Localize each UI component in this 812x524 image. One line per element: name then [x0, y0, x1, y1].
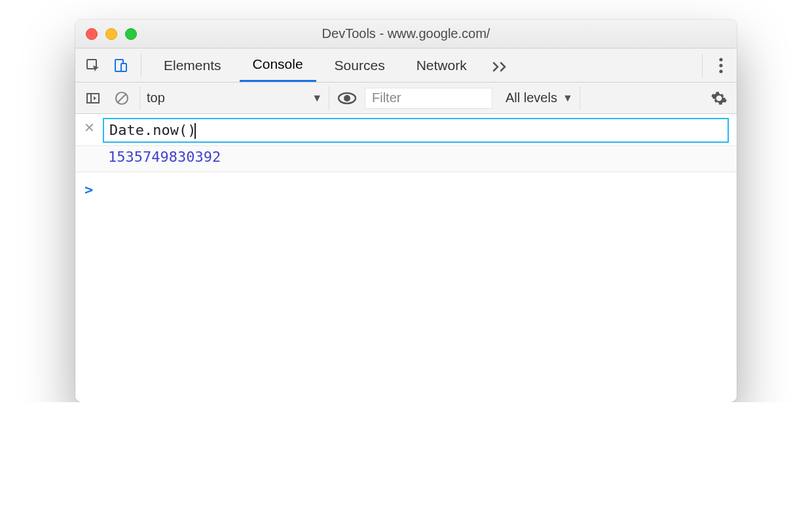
dropdown-triangle-icon: ▼ — [312, 92, 322, 104]
text-cursor — [194, 123, 196, 139]
devtools-tabbar: Elements Console Sources Network — [75, 48, 737, 83]
device-toolbar-icon[interactable] — [109, 54, 132, 77]
live-expression-row: ✕ Date.now() — [75, 114, 737, 146]
window-titlebar: DevTools - www.google.com/ — [75, 20, 737, 48]
svg-point-4 — [719, 64, 722, 67]
context-label: top — [147, 90, 165, 105]
toggle-sidebar-icon[interactable] — [82, 87, 104, 109]
window-title: DevTools - www.google.com/ — [75, 26, 737, 41]
more-tabs-button[interactable] — [485, 59, 515, 72]
traffic-lights — [86, 28, 137, 40]
divider — [702, 54, 703, 77]
console-toolbar: top ▼ All levels ▼ — [75, 83, 737, 114]
inspect-element-icon[interactable] — [82, 54, 104, 77]
live-expression-icon[interactable] — [336, 87, 358, 109]
live-expression-result: 1535749830392 — [75, 146, 737, 172]
live-expression-input[interactable]: Date.now() — [103, 118, 729, 143]
console-prompt-row[interactable]: > — [75, 172, 737, 207]
devtools-window: DevTools - www.google.com/ Elements Cons… — [75, 20, 737, 402]
close-window-button[interactable] — [86, 28, 98, 40]
tab-sources[interactable]: Sources — [322, 48, 398, 82]
minimize-window-button[interactable] — [105, 28, 117, 40]
svg-line-9 — [118, 94, 126, 102]
expression-text: Date.now() — [109, 122, 196, 138]
filter-input[interactable] — [365, 88, 492, 109]
svg-point-5 — [719, 69, 722, 73]
tab-console[interactable]: Console — [240, 48, 316, 82]
svg-rect-2 — [121, 64, 126, 71]
levels-label: All levels — [506, 90, 557, 105]
remove-expression-button[interactable]: ✕ — [83, 118, 95, 138]
divider — [141, 54, 141, 77]
tab-elements[interactable]: Elements — [151, 48, 234, 82]
svg-point-3 — [719, 58, 722, 61]
devtools-menu-button[interactable] — [712, 57, 730, 74]
svg-point-11 — [344, 95, 350, 102]
log-levels-selector[interactable]: All levels ▼ — [499, 86, 580, 110]
prompt-chevron-icon: > — [84, 181, 93, 198]
context-selector[interactable]: top ▼ — [139, 86, 329, 110]
dropdown-triangle-icon: ▼ — [563, 92, 573, 104]
svg-rect-6 — [87, 94, 99, 103]
console-body: ✕ Date.now() 1535749830392 > — [75, 114, 737, 402]
zoom-window-button[interactable] — [125, 28, 137, 40]
console-settings-icon[interactable] — [708, 87, 730, 109]
tab-network[interactable]: Network — [403, 48, 480, 82]
clear-console-icon[interactable] — [111, 87, 133, 109]
